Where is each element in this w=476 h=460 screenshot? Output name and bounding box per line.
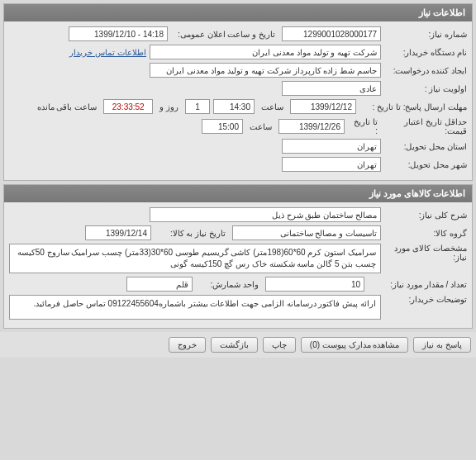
row-province: استان محل تحویل: تهران [9,139,467,154]
goods-info-panel: اطلاعات کالاهای مورد نیاز شرح کلی نیاز: … [3,184,473,329]
valid-time-field: 15:00 [202,119,243,134]
spec-label: مشخصات کالای مورد نیاز: [384,244,467,262]
note-field: ارائه پیش فاکتور درسامانه الزامی جهت اطل… [9,295,381,320]
exit-button[interactable]: خروج [169,337,206,353]
province-label: استان محل تحویل: [384,142,467,151]
time-label-2: ساعت [246,122,275,131]
countdown-field: 23:33:52 [103,99,153,114]
back-button[interactable]: بازگشت [211,337,258,353]
unit-label: واحد شمارش: [196,280,262,289]
remaining-label: ساعت باقی مانده [34,102,101,111]
need-no-field: 1299001028000177 [282,26,381,41]
row-need-no: شماره نیاز: 1299001028000177 تاریخ و ساع… [9,26,467,41]
priority-field: عادی [282,81,381,96]
row-city: شهر محل تحویل: تهران [9,157,467,172]
group-field: تاسیسات و مصالح ساختمانی [232,225,381,240]
row-buyer: نام دستگاه خریدار: شرکت تهیه و تولید موا… [9,45,467,59]
row-deadline: مهلت ارسال پاسخ: تا تاریخ : 1399/12/12 س… [9,99,467,114]
requester-field: جاسم شط زاده کارپرداز شرکت تهیه و تولید … [150,63,381,78]
row-spec: مشخصات کالای مورد نیاز: سرامیک استون کرم… [9,244,467,273]
panel1-header: اطلاعات نیاز [4,4,472,21]
need-date-field: 1399/12/14 [85,225,151,240]
panel2-body: شرح کلی نیاز: مصالح ساختمان طبق شرح ذیل … [4,202,472,328]
province-field: تهران [282,139,381,154]
valid-date-field: 1399/12/26 [278,119,345,134]
attachments-button[interactable]: مشاهده مدارک پیوست (0) [301,337,409,353]
days-field: 1 [185,99,210,114]
deadline-label: مهلت ارسال پاسخ: تا تاریخ : [359,102,467,111]
deadline-time-field: 14:30 [213,99,255,114]
panel1-body: شماره نیاز: 1299001028000177 تاریخ و ساع… [4,21,472,180]
buyer-field: شرکت تهیه و تولید مواد معدنی ایران [150,45,381,59]
panel2-header: اطلاعات کالاهای مورد نیاز [4,185,472,202]
row-qty: تعداد / مقدار مورد نیاز: 10 واحد شمارش: … [9,277,467,292]
valid-label: حداقل تاریخ اعتبار قیمت: [384,117,467,135]
row-note: توضیحات خریدار: ارائه پیش فاکتور درسامان… [9,295,467,320]
print-button[interactable]: چاپ [263,337,296,353]
unit-field: قلم [126,277,193,292]
need-date-label: تاریخ نیاز به کالا: [155,229,229,238]
group-label: گروه کالا: [384,229,467,238]
days-label: روز و [156,102,182,111]
time-label-1: ساعت [258,102,287,111]
announce-label: تاریخ و ساعت اعلان عمومی: [171,30,278,39]
reply-button[interactable]: پاسخ به نیاز [413,337,471,353]
row-requester: ایجاد کننده درخواست: جاسم شط زاده کارپرد… [9,63,467,78]
row-valid: حداقل تاریخ اعتبار قیمت: تا تاریخ : 1399… [9,117,467,135]
qty-field: 10 [265,277,364,292]
qty-label: تعداد / مقدار مورد نیاز: [368,280,467,289]
buyer-contact-link[interactable]: اطلاعات تماس خریدار [69,48,146,57]
requester-label: ایجاد کننده درخواست: [384,66,467,75]
desc-field: مصالح ساختمان طبق شرح ذیل [150,207,381,222]
button-row: پاسخ به نیاز مشاهده مدارک پیوست (0) چاپ … [0,332,476,358]
row-group: گروه کالا: تاسیسات و مصالح ساختمانی تاری… [9,225,467,240]
spec-field: سرامیک استون کرم 60*60(198متر) کاشی گریس… [9,244,381,273]
need-no-label: شماره نیاز: [384,30,467,39]
deadline-date-field: 1399/12/12 [290,99,356,114]
announce-field: 14:18 - 1399/12/10 [69,26,168,41]
desc-label: شرح کلی نیاز: [384,211,467,220]
row-priority: اولویت نیاز : عادی [9,81,467,96]
note-label: توضیحات خریدار: [384,295,467,304]
need-info-panel: اطلاعات نیاز شماره نیاز: 129900102800017… [3,3,473,181]
city-field: تهران [282,157,381,172]
priority-label: اولویت نیاز : [384,84,467,93]
to-date-label: تا تاریخ : [348,117,381,135]
city-label: شهر محل تحویل: [384,160,467,169]
row-desc: شرح کلی نیاز: مصالح ساختمان طبق شرح ذیل [9,207,467,222]
buyer-label: نام دستگاه خریدار: [384,48,467,57]
